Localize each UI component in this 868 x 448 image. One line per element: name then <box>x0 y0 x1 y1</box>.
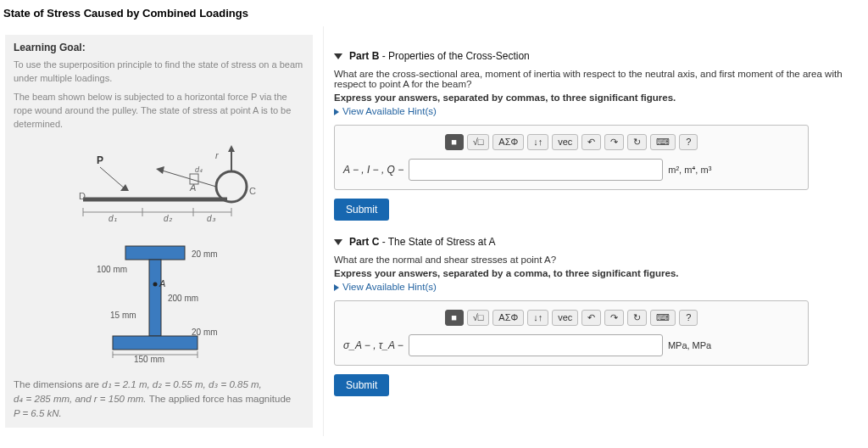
tool-reset-icon[interactable]: ↻ <box>627 134 647 150</box>
caret-down-icon <box>334 239 342 245</box>
tool-reset-icon[interactable]: ↻ <box>627 310 647 326</box>
tool-undo-icon[interactable]: ↶ <box>581 310 601 326</box>
dim-20mm-bot: 20 mm <box>192 328 218 337</box>
partC-question: What are the normal and shear stresses a… <box>334 255 858 265</box>
dim-150mm: 150 mm <box>134 355 164 364</box>
d4-label: d₄ <box>195 165 203 174</box>
partC-units: MPa, MPa <box>668 340 711 350</box>
partB-answer-box: ■ √□ ΑΣΦ ↓↑ vec ↶ ↷ ↻ ⌨ ? A − , I − , Q … <box>334 125 809 190</box>
svg-rect-18 <box>113 336 198 350</box>
triangle-right-icon <box>334 109 339 115</box>
svg-line-4 <box>159 170 216 187</box>
tool-greek-icon[interactable]: ΑΣΦ <box>492 310 524 326</box>
dim-200mm: 200 mm <box>168 294 198 303</box>
tool-vec-icon[interactable]: vec <box>552 310 578 326</box>
tool-sqrt-icon[interactable]: √□ <box>467 310 490 326</box>
svg-point-1 <box>216 171 247 202</box>
tool-template-icon[interactable]: ■ <box>445 134 464 150</box>
partB-answer-input[interactable] <box>409 159 663 181</box>
svg-point-19 <box>153 282 157 286</box>
partB-toolbar: ■ √□ ΑΣΦ ↓↑ vec ↶ ↷ ↻ ⌨ ? <box>343 134 799 150</box>
D-label: D <box>79 191 86 201</box>
p-label: P <box>97 154 103 166</box>
partB-title: Part B - Properties of the Cross-Section <box>349 50 530 62</box>
svg-rect-16 <box>125 246 185 260</box>
partC-submit-button[interactable]: Submit <box>334 374 389 396</box>
tool-greek-icon[interactable]: ΑΣΦ <box>492 134 524 150</box>
C-label: C <box>249 186 256 196</box>
partB-units: m², m⁴, m³ <box>668 165 711 176</box>
tool-template-icon[interactable]: ■ <box>445 310 464 326</box>
dim-100mm: 100 mm <box>97 265 127 274</box>
partC-answer-box: ■ √□ ΑΣΦ ↓↑ vec ↶ ↷ ↻ ⌨ ? σ_A − , τ_A − … <box>334 300 809 366</box>
dims-d2: d₂ = 0.55 m, <box>153 379 209 389</box>
partB-header[interactable]: Part B - Properties of the Cross-Section <box>334 50 858 62</box>
dims-post: The applied force has magnitude <box>149 394 292 404</box>
d1-label: d₁ <box>108 214 117 223</box>
partB-question: What are the cross-sectional area, momen… <box>334 69 858 89</box>
beam-figure: P D A C r d₄ d₁ d₂ <box>14 140 304 225</box>
svg-line-6 <box>100 167 125 189</box>
dims-r: r = 150 mm. <box>94 394 149 404</box>
partB-hint-toggle[interactable]: View Available Hint(s) <box>334 106 858 116</box>
svg-marker-3 <box>228 145 235 152</box>
tool-subsup-icon[interactable]: ↓↑ <box>527 134 548 150</box>
dims-intro: The dimensions are <box>14 379 102 389</box>
partB-answer-label: A − , I − , Q − <box>343 164 403 176</box>
svg-rect-17 <box>149 260 161 336</box>
main-layout: Learning Goal: To use the superposition … <box>0 26 868 436</box>
partB-answer-line: A − , I − , Q − m², m⁴, m³ <box>343 159 799 181</box>
dim-20mm-top: 20 mm <box>192 249 218 259</box>
dims-d3: d₃ = 0.85 m, <box>209 379 262 389</box>
learning-goal-intro: To use the superposition principle to fi… <box>14 59 304 86</box>
beam-diagram-svg: P D A C r d₄ d₁ d₂ <box>49 140 270 225</box>
tool-sqrt-icon[interactable]: √□ <box>467 134 490 150</box>
partC-answer-label: σ_A − , τ_A − <box>343 339 403 351</box>
partC-hint-toggle[interactable]: View Available Hint(s) <box>334 282 858 292</box>
r-label: r <box>215 150 220 160</box>
caret-down-icon <box>334 53 342 59</box>
triangle-right-icon <box>334 284 339 291</box>
tool-vec-icon[interactable]: vec <box>552 134 578 150</box>
dims-d1: d₁ = 2.1 m, <box>102 379 153 389</box>
learning-goal-box: Learning Goal: To use the superposition … <box>5 35 313 428</box>
dims-P: P = 6.5 kN. <box>14 408 62 418</box>
svg-marker-7 <box>120 184 129 191</box>
tool-redo-icon[interactable]: ↷ <box>604 310 624 326</box>
tool-redo-icon[interactable]: ↷ <box>604 134 624 150</box>
partB-submit-button[interactable]: Submit <box>334 199 389 221</box>
tool-help-icon[interactable]: ? <box>679 310 698 326</box>
left-panel: Learning Goal: To use the superposition … <box>0 26 324 436</box>
cross-section-svg: A 20 mm 100 mm 200 mm 15 mm 20 mm 150 mm <box>75 233 244 369</box>
partC-answer-line: σ_A − , τ_A − MPa, MPa <box>343 334 799 356</box>
partB-instruction: Express your answers, separated by comma… <box>334 92 858 103</box>
section-figure: A 20 mm 100 mm 200 mm 15 mm 20 mm 150 mm <box>14 233 304 369</box>
partC-header[interactable]: Part C - The State of Stress at A <box>334 236 858 248</box>
partC-title: Part C - The State of Stress at A <box>349 236 496 248</box>
dimensions-text: The dimensions are d₁ = 2.1 m, d₂ = 0.55… <box>14 378 304 422</box>
tool-undo-icon[interactable]: ↶ <box>581 134 601 150</box>
d3-label: d₃ <box>207 214 216 223</box>
partC-toolbar: ■ √□ ΑΣΦ ↓↑ vec ↶ ↷ ↻ ⌨ ? <box>343 310 799 326</box>
dim-15mm: 15 mm <box>110 311 136 320</box>
d2-label: d₂ <box>164 214 173 223</box>
tool-keyboard-icon[interactable]: ⌨ <box>650 134 676 150</box>
section-A-label: A <box>159 278 165 288</box>
tool-keyboard-icon[interactable]: ⌨ <box>650 310 676 326</box>
svg-marker-5 <box>156 166 164 174</box>
partC-answer-input[interactable] <box>409 334 663 356</box>
right-panel: Part B - Properties of the Cross-Section… <box>324 26 868 436</box>
page-title: State of Stress Caused by Combined Loadi… <box>0 0 868 26</box>
tool-help-icon[interactable]: ? <box>679 134 698 150</box>
learning-goal-body: The beam shown below is subjected to a h… <box>14 91 304 132</box>
dims-d4: d₄ = 285 mm, and <box>14 394 94 404</box>
partC-instruction: Express your answers, separated by a com… <box>334 268 858 278</box>
learning-goal-heading: Learning Goal: <box>14 42 304 53</box>
tool-subsup-icon[interactable]: ↓↑ <box>527 310 548 326</box>
